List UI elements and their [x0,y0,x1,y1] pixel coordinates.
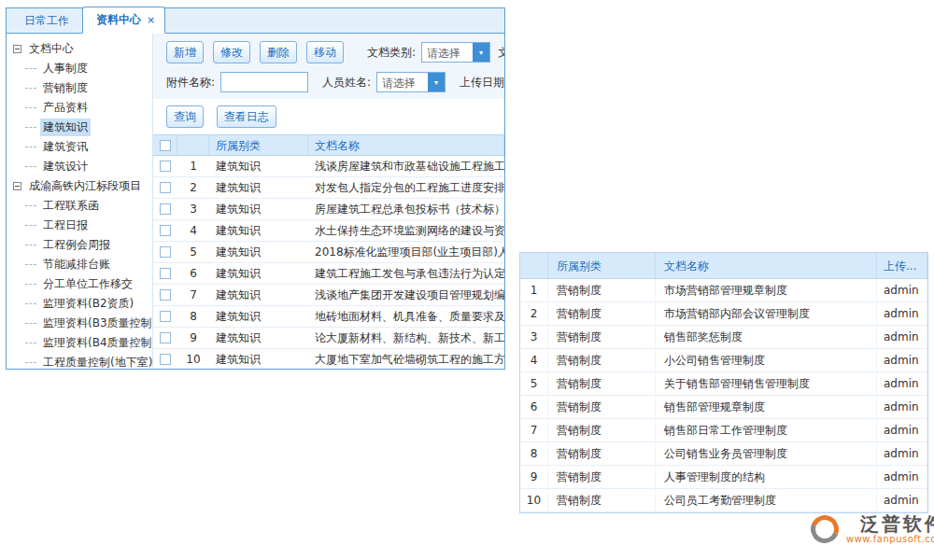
tree-item[interactable]: 工程例会周报 [13,235,152,255]
row-docname[interactable]: 关于销售部管理销售管理制度 [656,372,877,395]
tab-close-icon[interactable]: × [147,16,155,25]
row-index: 5 [520,372,548,395]
tree-item-label: 建筑设计 [40,158,91,175]
tree-item[interactable]: 分工单位工作移交 [13,274,152,294]
tree-item[interactable]: 工程日报 [13,216,152,235]
row-docname[interactable]: 市场营销部内部会议管理制度 [656,302,877,325]
doc-category-select[interactable]: 请选择 ▾ [421,42,490,63]
row-checkbox[interactable] [160,203,171,215]
table-row[interactable]: 5 建筑知识 2018标准化监理项目部(业主项目部)人员... [153,242,504,263]
table-row[interactable]: 3 营销制度 销售部奖惩制度 admin [520,326,927,349]
doc-category-label: 文档类别: [367,45,416,61]
tree-item[interactable]: 营销制度 [13,78,152,98]
row-docname[interactable]: 公司员工考勤管理制度 [656,489,877,511]
tree-item[interactable]: 建筑知识 [13,118,152,137]
tree-connector-line [25,166,36,167]
table-row[interactable]: 10 营销制度 公司员工考勤管理制度 admin [520,489,927,512]
table-row[interactable]: 8 营销制度 公司销售业务员管理制度 admin [520,442,927,466]
row-category: 营销制度 [548,302,656,325]
row-docname[interactable]: 销售部管理规章制度 [656,396,877,418]
person-name-value: 请选择 [377,73,428,91]
tree-item[interactable]: 建筑设计 [13,157,152,176]
row-docname[interactable]: 大厦地下室加气砼墙砌筑工程的施工方... [308,349,504,369]
tree-item[interactable]: 监理资料(B4质量控制) [13,333,152,353]
tree-connector-line [25,88,36,89]
attachment-name-input[interactable] [220,72,308,92]
collapse-icon[interactable] [13,45,21,53]
row-docname[interactable]: 地砖地面材料、机具准备、质量要求及... [308,306,504,327]
row-docname[interactable]: 销售部日常工作管理制度 [656,419,877,441]
table-row[interactable]: 1 建筑知识 浅谈房屋建筑和市政基础设施工程施工... [153,156,504,177]
move-button[interactable]: 移动 [306,41,344,63]
table-row[interactable]: 10 建筑知识 大厦地下室加气砼墙砌筑工程的施工方... [153,349,504,369]
table-row[interactable]: 9 建筑知识 论大厦新材料、新结构、新技术、新工... [153,328,504,349]
table-row[interactable]: 1 营销制度 市场营销部管理规章制度 admin [520,279,927,302]
row-checkbox[interactable] [160,354,171,365]
row-docname[interactable]: 浅谈房屋建筑和市政基础设施工程施工... [308,156,504,176]
row-docname[interactable]: 论大厦新材料、新结构、新技术、新工... [308,328,504,348]
row-checkbox[interactable] [160,268,171,279]
row-checkbox[interactable] [160,311,171,322]
table-row[interactable]: 2 建筑知识 对发包人指定分包的工程施工进度安排... [153,177,504,199]
table-row[interactable]: 8 建筑知识 地砖地面材料、机具准备、质量要求及... [153,306,504,328]
row-docname[interactable]: 浅谈地产集团开发建设项目管理规划编... [308,285,504,305]
table-row[interactable]: 4 建筑知识 水土保持生态环境监测网络的建设与资... [153,220,504,242]
row-checkbox-cell [153,220,177,241]
tree-item[interactable]: 工程质量控制(地下室) [13,353,152,369]
table-row[interactable]: 7 建筑知识 浅谈地产集团开发建设项目管理规划编... [153,285,504,306]
row-checkbox[interactable] [160,332,171,343]
view-log-button[interactable]: 查看日志 [217,105,276,128]
row-category: 建筑知识 [209,199,308,219]
fanpu-logo-text: 泛普软件 www.fanpusoft.com [846,513,934,544]
tree-item[interactable]: 监理资料(B2资质) [13,294,152,314]
row-category: 营销制度 [548,279,656,301]
person-name-select[interactable]: 请选择 ▾ [376,72,446,92]
tree-item[interactable]: 监理资料(B3质量控制) [13,314,152,333]
table-row[interactable]: 6 营销制度 销售部管理规章制度 admin [520,396,927,419]
select-all-checkbox[interactable] [160,140,171,151]
tree-item-label: 节能减排台账 [40,256,113,273]
tree-item-label: 人事制度 [40,60,91,77]
row-docname[interactable]: 市场营销部管理规章制度 [656,279,877,301]
row-docname[interactable]: 房屋建筑工程总承包投标书（技术标）... [308,199,504,219]
collapse-icon[interactable] [13,182,21,190]
row-docname[interactable]: 销售部奖惩制度 [656,326,877,348]
row-checkbox[interactable] [160,246,171,258]
table-row[interactable]: 4 营销制度 小公司销售管理制度 admin [520,349,927,372]
row-index: 8 [520,442,548,465]
row-docname[interactable]: 小公司销售管理制度 [656,349,877,371]
row-docname[interactable]: 2018标准化监理项目部(业主项目部)人员... [308,242,504,262]
tab-daily-work[interactable]: 日常工作 [11,8,82,33]
row-category: 营销制度 [548,396,656,418]
row-docname[interactable]: 人事管理制度的结构 [656,466,877,488]
delete-button[interactable]: 删除 [260,41,297,63]
table-row[interactable]: 9 营销制度 人事管理制度的结构 admin [520,466,927,489]
table-row[interactable]: 7 营销制度 销售部日常工作管理制度 admin [520,419,927,442]
row-docname[interactable]: 水土保持生态环境监测网络的建设与资... [308,220,504,241]
row-category: 建筑知识 [209,263,308,284]
tree-item[interactable]: 产品资料 [13,98,152,118]
tree-item[interactable]: 工程联系函 [13,196,152,216]
tree-connector-line [25,245,36,245]
add-button[interactable]: 新增 [166,41,204,63]
row-checkbox[interactable] [160,225,171,236]
table-row[interactable]: 5 营销制度 关于销售部管理销售管理制度 admin [520,372,927,396]
tree-item[interactable]: 人事制度 [13,59,152,78]
row-docname[interactable]: 公司销售业务员管理制度 [656,442,877,465]
tab-data-center[interactable]: 资料中心 × [82,7,165,34]
tree-root-project[interactable]: 成渝高铁内江标段项目 [13,176,152,196]
modify-button[interactable]: 修改 [213,41,250,63]
row-docname[interactable]: 建筑工程施工发包与承包违法行为认定... [308,263,504,284]
tree-item[interactable]: 节能减排台账 [13,255,152,274]
tree-item[interactable]: 建筑资讯 [13,137,152,157]
row-index: 8 [177,306,209,327]
table-row[interactable]: 3 建筑知识 房屋建筑工程总承包投标书（技术标）... [153,199,504,220]
tree-root-document-center[interactable]: 文档中心 [13,39,152,59]
query-button[interactable]: 查询 [166,105,204,128]
row-checkbox[interactable] [160,161,171,172]
row-checkbox[interactable] [160,182,171,193]
table-row[interactable]: 6 建筑知识 建筑工程施工发包与承包违法行为认定... [153,263,504,285]
row-checkbox[interactable] [160,289,171,301]
row-docname[interactable]: 对发包人指定分包的工程施工进度安排... [308,177,504,198]
table-row[interactable]: 2 营销制度 市场营销部内部会议管理制度 admin [520,302,927,326]
